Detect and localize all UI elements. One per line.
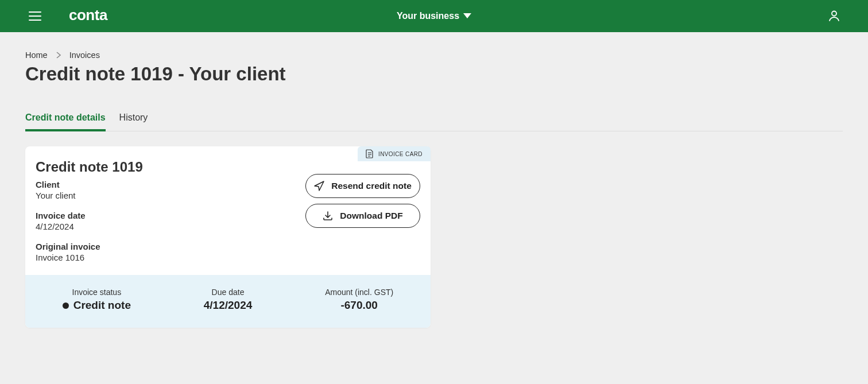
card-body: Credit note 1019 Client Your client Invo… [25, 146, 431, 275]
client-label: Client [36, 180, 288, 189]
original-invoice-value: Invoice 1016 [36, 253, 288, 262]
logo[interactable]: conta [69, 8, 124, 24]
resend-label: Resend credit note [331, 181, 412, 191]
due-date-label: Due date [162, 288, 294, 297]
download-label: Download PDF [340, 211, 402, 221]
card-details: Credit note 1019 Client Your client Invo… [36, 159, 288, 262]
client-field: Client Your client [36, 180, 288, 200]
invoice-date-value: 4/12/2024 [36, 222, 288, 231]
due-date-column: Due date 4/12/2024 [162, 288, 294, 312]
status-text: Credit note [73, 299, 131, 312]
user-menu-button[interactable] [826, 7, 843, 26]
document-icon [366, 149, 374, 158]
page-title: Credit note 1019 - Your client [25, 63, 843, 85]
tab-credit-note-details[interactable]: Credit note details [25, 113, 106, 131]
download-icon [323, 211, 333, 221]
svg-point-5 [832, 11, 836, 15]
caret-down-icon [463, 13, 471, 19]
page-content: Home Invoices Credit note 1019 - Your cl… [0, 32, 868, 328]
invoice-card: Credit note 1019 Client Your client Invo… [25, 146, 431, 328]
invoice-date-field: Invoice date 4/12/2024 [36, 211, 288, 231]
breadcrumb: Home Invoices [25, 51, 843, 60]
tabs: Credit note details History [25, 113, 843, 131]
status-dot-icon [63, 302, 69, 309]
tab-history[interactable]: History [119, 113, 148, 131]
user-icon [828, 9, 840, 22]
status-label: Invoice status [31, 288, 162, 297]
send-icon [314, 181, 324, 191]
original-invoice-field: Original invoice Invoice 1016 [36, 242, 288, 262]
chevron-right-icon [56, 52, 61, 59]
due-date-value: 4/12/2024 [204, 299, 253, 312]
business-label: Your business [397, 11, 459, 21]
menu-button[interactable] [25, 7, 45, 25]
card-actions: Resend credit note Download PDF [305, 159, 420, 262]
breadcrumb-home[interactable]: Home [25, 51, 48, 60]
svg-marker-4 [463, 13, 471, 18]
hamburger-icon [29, 11, 41, 21]
download-pdf-button[interactable]: Download PDF [305, 204, 420, 228]
invoice-card-wrapper: INVOICE CARD Credit note 1019 Client You… [25, 146, 431, 328]
invoice-card-badge: INVOICE CARD [358, 146, 431, 161]
invoice-card-badge-label: INVOICE CARD [378, 151, 423, 157]
svg-text:conta: conta [69, 8, 108, 24]
business-selector[interactable]: Your business [397, 11, 471, 21]
amount-column: Amount (incl. GST) -670.00 [293, 288, 425, 312]
amount-value: -670.00 [340, 299, 377, 312]
client-value: Your client [36, 191, 288, 200]
top-nav: conta Your business [0, 0, 868, 32]
status-column: Invoice status Credit note [31, 288, 162, 312]
card-title: Credit note 1019 [36, 159, 288, 175]
amount-label: Amount (incl. GST) [293, 288, 425, 297]
invoice-date-label: Invoice date [36, 211, 288, 220]
status-value: Credit note [63, 299, 131, 312]
original-invoice-label: Original invoice [36, 242, 288, 251]
resend-credit-note-button[interactable]: Resend credit note [305, 174, 420, 198]
breadcrumb-invoices[interactable]: Invoices [69, 51, 100, 60]
card-footer: Invoice status Credit note Due date 4/12… [25, 275, 431, 328]
